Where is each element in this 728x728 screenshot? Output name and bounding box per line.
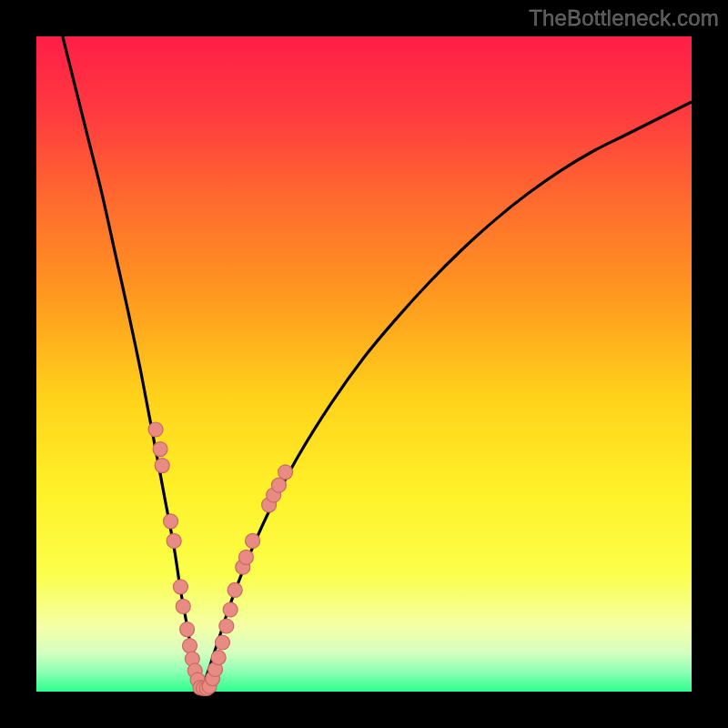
chart-container: TheBottleneck.com — [0, 0, 728, 728]
data-markers — [148, 422, 293, 695]
data-marker — [148, 422, 163, 437]
data-marker — [164, 514, 178, 529]
data-marker — [180, 622, 195, 637]
data-marker — [219, 619, 234, 633]
data-marker — [182, 639, 197, 653]
data-marker — [155, 459, 169, 473]
data-marker — [153, 442, 167, 457]
curve-right-branch — [200, 102, 692, 692]
data-marker — [238, 550, 253, 564]
data-marker — [167, 533, 181, 548]
data-marker — [176, 599, 190, 613]
curve-layer — [36, 36, 692, 692]
data-marker — [246, 533, 260, 548]
plot-area — [36, 36, 692, 692]
data-marker — [211, 651, 226, 665]
data-marker — [228, 582, 242, 597]
data-marker — [278, 465, 293, 480]
data-marker — [173, 580, 187, 594]
data-marker — [223, 602, 238, 617]
data-marker — [215, 635, 229, 650]
watermark-text: TheBottleneck.com — [529, 5, 719, 31]
data-marker — [271, 478, 286, 492]
